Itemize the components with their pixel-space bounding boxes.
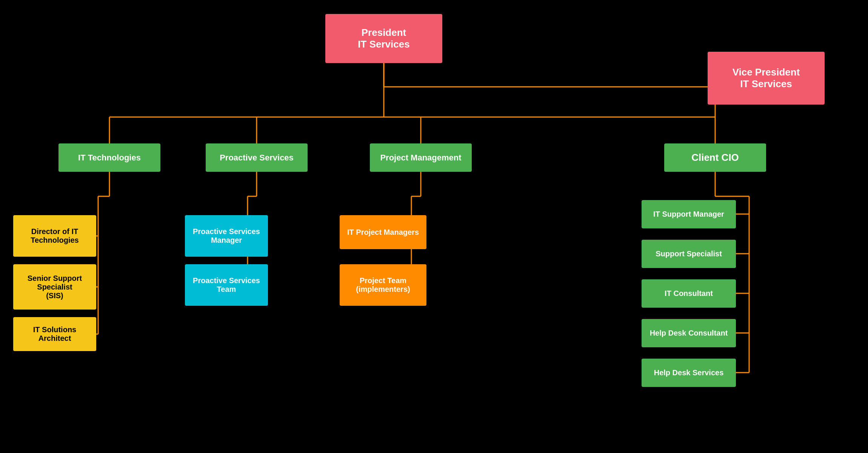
proactive-node: Proactive Services [206,143,308,172]
client-cio-node: Client CIO [664,143,766,172]
project-mgmt-node: Project Management [370,143,472,172]
it-proj-mgrs-node: IT Project Managers [340,215,426,249]
it-solutions-node: IT Solutions Architect [13,317,96,351]
proactive-team-node: Proactive ServicesTeam [185,264,268,306]
proj-team-node: Project Team(implementers) [340,264,426,306]
support-spec-node: Support Specialist [642,240,736,268]
help-desk-services-node: Help Desk Services [642,359,736,387]
it-support-mgr-node: IT Support Manager [642,200,736,228]
proactive-mgr-node: Proactive ServicesManager [185,215,268,257]
org-chart: PresidentIT Services Vice PresidentIT Se… [0,0,868,453]
president-node: PresidentIT Services [325,14,442,63]
it-tech-node: IT Technologies [58,143,160,172]
dir-it-tech-node: Director of ITTechnologies [13,215,96,257]
it-consultant-node: IT Consultant [642,279,736,308]
senior-support-node: Senior SupportSpecialist(SIS) [13,264,96,310]
vp-node: Vice PresidentIT Services [708,52,825,105]
help-desk-consultant-node: Help Desk Consultant [642,319,736,347]
